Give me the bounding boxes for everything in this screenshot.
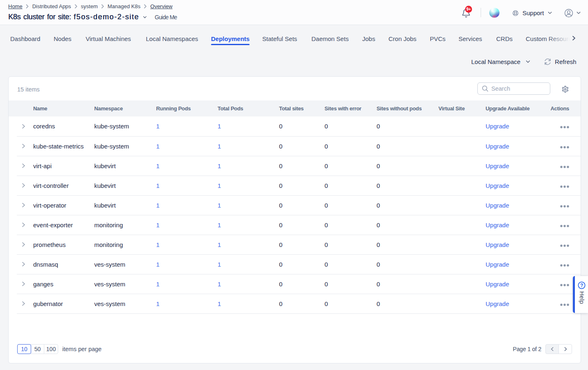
svg-text:?: ? bbox=[580, 283, 583, 288]
